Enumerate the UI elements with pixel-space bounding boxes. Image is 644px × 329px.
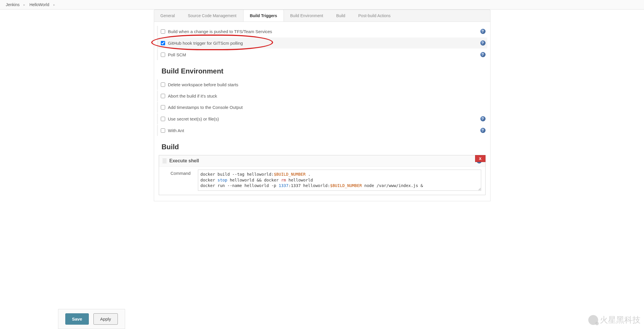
option-row: GitHub hook trigger for GITScm polling? bbox=[157, 37, 487, 48]
option-checkbox[interactable] bbox=[161, 128, 165, 133]
option-checkbox[interactable] bbox=[161, 53, 165, 57]
option-row: Add timestamps to the Console Output bbox=[157, 102, 487, 113]
option-checkbox[interactable] bbox=[161, 117, 165, 121]
option-label: Poll SCM bbox=[168, 52, 480, 57]
command-label: Command bbox=[171, 170, 194, 176]
option-row: With Ant? bbox=[157, 125, 487, 136]
option-row: Poll SCM? bbox=[157, 49, 487, 60]
option-label: Add timestamps to the Console Output bbox=[168, 105, 486, 110]
breadcrumb-job[interactable]: HelloWorld bbox=[29, 2, 49, 7]
option-label: With Ant bbox=[168, 128, 480, 133]
option-checkbox[interactable] bbox=[161, 82, 165, 87]
help-icon[interactable]: ? bbox=[480, 52, 486, 57]
option-label: Use secret text(s) or file(s) bbox=[168, 116, 480, 121]
build-step-execute-shell: X Execute shell ? Command docker build -… bbox=[159, 155, 486, 195]
tab-build-environment[interactable]: Build Environment bbox=[284, 10, 330, 21]
option-label: GitHub hook trigger for GITScm polling bbox=[168, 41, 480, 46]
drag-handle-icon[interactable] bbox=[163, 158, 167, 163]
tab-source-code-management[interactable]: Source Code Management bbox=[181, 10, 243, 21]
tab-build-triggers[interactable]: Build Triggers bbox=[243, 10, 284, 21]
config-panel: Build when a change is pushed to TFS/Tea… bbox=[154, 21, 490, 201]
config-tabs: GeneralSource Code ManagementBuild Trigg… bbox=[154, 10, 490, 21]
option-checkbox[interactable] bbox=[161, 105, 165, 109]
tab-general[interactable]: General bbox=[154, 10, 182, 21]
option-checkbox[interactable] bbox=[161, 29, 165, 34]
help-icon[interactable]: ? bbox=[480, 116, 486, 121]
help-icon[interactable]: ? bbox=[480, 40, 486, 46]
option-row: Abort the build if it's stuck bbox=[157, 91, 487, 101]
option-row: Use secret text(s) or file(s)? bbox=[157, 113, 487, 124]
option-checkbox[interactable] bbox=[161, 41, 165, 45]
option-row: Delete workspace before build starts bbox=[157, 79, 487, 90]
build-step-title: Execute shell bbox=[169, 158, 199, 163]
command-textarea[interactable]: docker build --tag helloworld:$BUILD_NUM… bbox=[198, 170, 481, 191]
help-icon[interactable]: ? bbox=[480, 29, 486, 34]
tab-build[interactable]: Build bbox=[330, 10, 352, 21]
breadcrumb: Jenkins ▸ HelloWorld ▸ bbox=[0, 0, 644, 10]
section-build-environment: Build Environment bbox=[162, 67, 487, 75]
delete-build-step-button[interactable]: X bbox=[475, 155, 486, 162]
option-label: Delete workspace before build starts bbox=[168, 82, 486, 87]
help-icon[interactable]: ? bbox=[480, 128, 486, 133]
option-checkbox[interactable] bbox=[161, 94, 165, 98]
breadcrumb-root[interactable]: Jenkins bbox=[6, 2, 19, 7]
option-row: Build when a change is pushed to TFS/Tea… bbox=[157, 26, 487, 37]
chevron-right-icon: ▸ bbox=[24, 3, 25, 7]
option-label: Build when a change is pushed to TFS/Tea… bbox=[168, 29, 480, 34]
option-label: Abort the build if it's stuck bbox=[168, 94, 486, 98]
tab-post-build-actions[interactable]: Post-build Actions bbox=[352, 10, 397, 21]
chevron-right-icon: ▸ bbox=[53, 3, 55, 7]
section-build: Build bbox=[162, 143, 487, 151]
